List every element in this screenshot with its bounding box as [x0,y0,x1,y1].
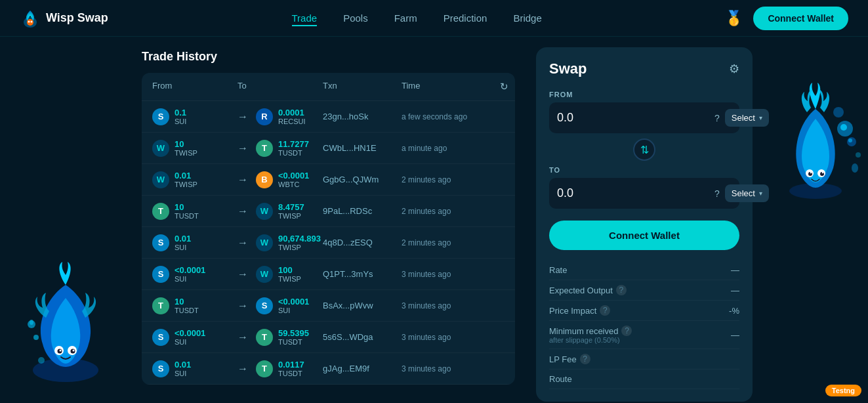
connect-wallet-header-button[interactable]: Connect Wallet [753,7,848,30]
from-cell-7: S <0.0001 SUI [152,328,238,346]
time-cell-1: a minute ago [402,144,500,153]
to-token-name-2: WBTC [278,180,309,188]
to-select-label: Select [732,188,755,198]
txn-cell-1[interactable]: CWbL...HN1E [323,143,402,153]
from-amount-4: 0.01 [175,234,191,244]
main-content: Trade History From To Txn Time ↻ S 0.1 S… [0,37,868,403]
to-token-icon-1: T [256,140,273,157]
trade-history-table: From To Txn Time ↻ S 0.1 SUI → R 0.0001 [142,73,515,385]
svg-point-14 [38,357,45,364]
to-cell-2: → B <0.0001 WBTC [238,171,323,188]
txn-cell-7[interactable]: 5s6S...WDga [323,332,402,342]
table-body: S 0.1 SUI → R 0.0001 RECSUI 23gn...hoSk … [142,101,515,385]
svg-point-10 [73,350,75,352]
svg-point-25 [848,138,852,142]
txn-cell-8[interactable]: gJAg...EM9f [323,364,402,373]
from-token-name-2: TWISP [175,180,197,188]
min-received-sub: after slippage (0.50%) [549,336,632,344]
table-row: S 0.01 SUI → W 90,674.893 TWISP 4q8D...z… [142,227,515,259]
from-cell-2: W 0.01 TWISP [152,171,238,188]
to-amount-5: 100 [278,265,301,275]
nav-prediction[interactable]: Prediction [444,10,487,26]
from-token-name-0: SUI [175,117,186,125]
lp-fee-label: LP Fee ? [549,354,590,364]
rate-label: Rate [549,265,567,275]
time-cell-3: 2 minutes ago [402,207,500,216]
left-mascot-svg [10,259,121,390]
from-question-icon: ? [714,113,720,123]
svg-point-11 [33,335,39,340]
from-cell-8: S 0.01 SUI [152,360,238,377]
from-amount-input[interactable] [557,111,709,125]
arrow-7: → [238,331,248,343]
swap-title: Swap [549,60,587,77]
svg-point-28 [856,152,861,158]
settings-icon[interactable]: ⚙ [729,62,739,76]
txn-cell-4[interactable]: 4q8D...zESQ [323,238,402,247]
to-amount-input[interactable] [557,186,709,200]
refresh-icon[interactable]: ↻ [500,81,515,93]
txn-cell-5[interactable]: Q1PT...3mYs [323,269,402,279]
svg-point-27 [852,163,858,173]
time-cell-6: 3 minutes ago [402,301,500,310]
connect-wallet-swap-button[interactable]: Connect Wallet [549,221,739,250]
price-impact-row: Price Impact ? -% [549,301,739,321]
arrow-2: → [238,174,248,186]
swap-header: Swap ⚙ [549,60,739,77]
to-token-name-7: TUSDT [278,338,309,346]
from-amount-5: <0.0001 [175,265,205,275]
from-amount-7: <0.0001 [175,328,205,338]
to-input-row: ? Select ▾ [549,178,739,209]
txn-cell-6[interactable]: BsAx...pWvw [323,301,402,310]
swap-direction-button[interactable]: ⇅ [633,138,655,161]
from-token-name-6: TUSDT [175,307,199,314]
to-token-select-button[interactable]: Select ▾ [725,184,769,202]
to-amount-1: 11.7277 [278,139,309,149]
arrow-4: → [238,237,248,249]
from-token-select-button[interactable]: Select ▾ [725,109,769,127]
txn-cell-3[interactable]: 9PaL...RDSc [323,206,402,216]
from-token-name-3: TUSDT [175,212,199,220]
from-token-name-7: SUI [175,338,205,346]
from-select-label: Select [732,113,755,123]
nav-bridge[interactable]: Bridge [513,10,541,26]
from-token-icon-4: S [152,234,169,251]
table-row: W 10 TWISP → T 11.7277 TUSDT CWbL...HN1E… [142,133,515,164]
txn-cell-0[interactable]: 23gn...hoSk [323,112,402,121]
header: Wisp Swap Trade Pools Farm Prediction Br… [0,0,868,37]
route-row: Route [549,370,739,389]
arrow-1: → [238,142,248,154]
svg-point-3 [31,20,33,22]
from-token-icon-8: S [152,360,169,377]
right-mascot-svg [766,76,865,207]
to-label: TO [549,166,739,174]
logo-text: Wisp Swap [46,11,108,25]
txn-cell-2[interactable]: GgbG...QJWm [323,175,402,184]
arrow-8: → [238,363,248,375]
to-token-name-4: TWISP [278,244,321,251]
from-token-name-4: SUI [175,244,191,251]
from-token-icon-7: S [152,329,169,346]
table-row: T 10 TUSDT → W 8.4757 TWISP 9PaL...RDSc … [142,196,515,227]
nav-pools[interactable]: Pools [343,10,368,26]
expected-output-row: Expected Output ? — [549,280,739,301]
swap-info: Rate — Expected Output ? — Price Impact … [549,261,739,389]
from-cell-6: T 10 TUSDT [152,297,238,314]
price-impact-label: Price Impact ? [549,305,610,316]
rate-row: Rate — [549,261,739,280]
time-cell-7: 3 minutes ago [402,333,500,342]
to-token-icon-5: W [256,266,273,283]
left-mascot [0,37,131,403]
to-amount-0: 0.0001 [278,108,306,117]
expected-output-label: Expected Output ? [549,285,627,295]
time-cell-4: 2 minutes ago [402,238,500,247]
arrow-5: → [238,268,248,280]
nav-trade[interactable]: Trade [292,10,318,26]
time-cell-5: 3 minutes ago [402,270,500,279]
from-amount-6: 10 [175,297,199,307]
nav-farm[interactable]: Farm [394,10,417,26]
logo-icon [20,8,41,29]
svg-point-1 [27,19,33,26]
svg-point-13 [30,320,33,325]
col-txn: Txn [323,81,402,93]
